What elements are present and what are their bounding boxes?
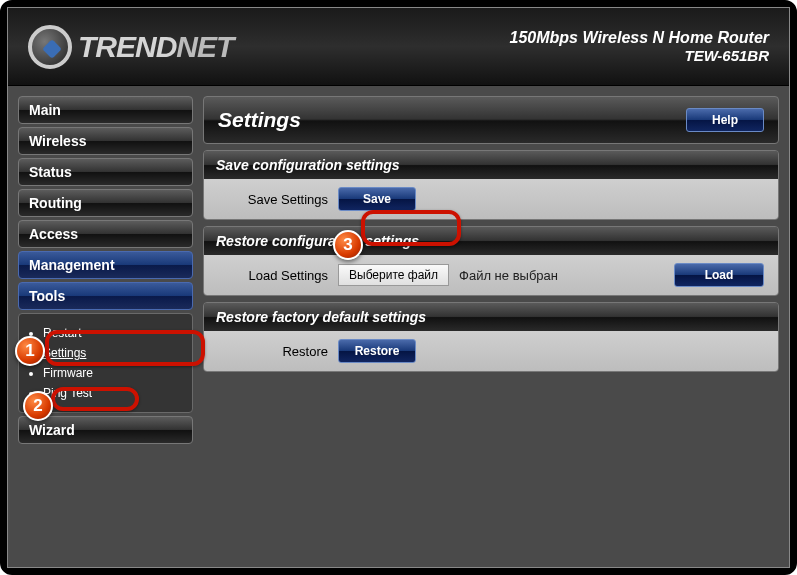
annotation-bubble-1: 1 xyxy=(15,336,45,366)
page-title-bar: Settings Help xyxy=(203,96,779,144)
nav-wireless[interactable]: Wireless xyxy=(18,127,193,155)
sidebar: Main Wireless Status Routing Access Mana… xyxy=(18,96,193,557)
annotation-ring-2 xyxy=(51,387,139,411)
restore-label: Restore xyxy=(218,344,328,359)
section-factory-default-title: Restore factory default settings xyxy=(204,303,778,331)
content: Settings Help Save configuration setting… xyxy=(203,96,779,557)
load-button[interactable]: Load xyxy=(674,263,764,287)
section-save-config-title: Save configuration settings xyxy=(204,151,778,179)
nav-status[interactable]: Status xyxy=(18,158,193,186)
annotation-ring-3 xyxy=(361,210,461,246)
annotation-bubble-2: 2 xyxy=(23,391,53,421)
nav-access[interactable]: Access xyxy=(18,220,193,248)
annotation-ring-1 xyxy=(45,330,205,366)
nav-tools[interactable]: Tools xyxy=(18,282,193,310)
annotation-bubble-3: 3 xyxy=(333,230,363,260)
product-model: TEW-651BR xyxy=(510,47,769,64)
brand-logo: TRENDNET xyxy=(28,25,233,69)
choose-file-button[interactable]: Выберите файл xyxy=(338,264,449,286)
restore-button[interactable]: Restore xyxy=(338,339,416,363)
section-restore-config-title: Restore configuration settings xyxy=(204,227,778,255)
save-button[interactable]: Save xyxy=(338,187,416,211)
header-product-info: 150Mbps Wireless N Home Router TEW-651BR xyxy=(510,29,769,64)
save-settings-label: Save Settings xyxy=(218,192,328,207)
brand-text: TRENDNET xyxy=(78,30,233,64)
logo-icon xyxy=(28,25,72,69)
page-title: Settings xyxy=(218,108,301,132)
section-restore-config: Restore configuration settings Load Sett… xyxy=(203,226,779,296)
nav-management[interactable]: Management xyxy=(18,251,193,279)
header: TRENDNET 150Mbps Wireless N Home Router … xyxy=(8,8,789,86)
section-save-config: Save configuration settings Save Setting… xyxy=(203,150,779,220)
help-button[interactable]: Help xyxy=(686,108,764,132)
file-chosen-text: Файл не выбран xyxy=(459,268,558,283)
section-factory-default: Restore factory default settings Restore… xyxy=(203,302,779,372)
nav-main[interactable]: Main xyxy=(18,96,193,124)
product-name: 150Mbps Wireless N Home Router xyxy=(510,29,769,47)
load-settings-label: Load Settings xyxy=(218,268,328,283)
nav-routing[interactable]: Routing xyxy=(18,189,193,217)
subnav-firmware[interactable]: Firmware xyxy=(43,366,192,380)
